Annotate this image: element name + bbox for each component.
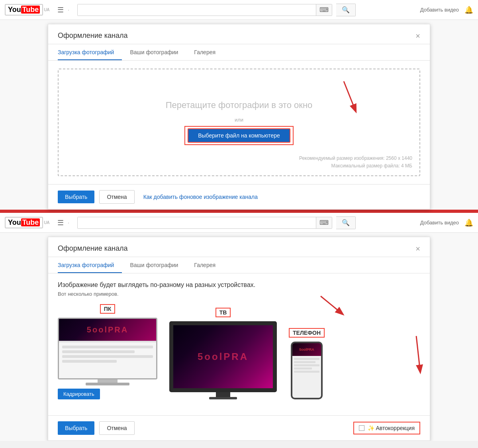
tab-gallery-1[interactable]: Галерея bbox=[194, 44, 223, 60]
menu-icon-1[interactable]: ☰ bbox=[57, 6, 64, 14]
modal-footer-1: Выбрать Отмена Как добавить фоновое изоб… bbox=[48, 184, 430, 209]
modal-header-1: Оформление канала × bbox=[48, 24, 430, 44]
pc-label: ПК bbox=[100, 304, 116, 314]
device-previews: ПК 5oolPRA bbox=[58, 304, 420, 399]
pc-base bbox=[86, 383, 129, 385]
phone-logo: 5oolPRA bbox=[299, 348, 314, 352]
modal-tabs-2: Загрузка фотографий Ваши фотографии Гале… bbox=[48, 257, 430, 273]
modal-panel-1: Оформление канала × Загрузка фотографий … bbox=[48, 24, 430, 210]
header-right-1: Добавить видео 🔔 bbox=[420, 6, 473, 14]
tv-logo: 5oolPRA bbox=[198, 351, 249, 362]
red-arrow-upload bbox=[308, 73, 388, 125]
tv-base bbox=[209, 397, 237, 399]
phone-line-1 bbox=[294, 358, 319, 360]
svg-line-3 bbox=[321, 296, 343, 314]
device-pc: ПК 5oolPRA bbox=[58, 304, 157, 399]
choose-file-wrapper: Выберите файл на компьютере bbox=[184, 126, 294, 145]
autocorrect-wrapper: ✨ Автокоррекция bbox=[353, 422, 420, 434]
logo-tube-1: Tube bbox=[21, 6, 40, 14]
preview-section: Изображение будет выглядеть по-разному н… bbox=[48, 273, 430, 415]
logo-ua-2: UA bbox=[44, 220, 49, 225]
pc-stand bbox=[98, 379, 118, 383]
tab-your-photos-2[interactable]: Ваши фотографии bbox=[130, 257, 186, 273]
add-video-btn-1[interactable]: Добавить видео bbox=[420, 7, 459, 13]
phone-line-4 bbox=[294, 367, 312, 369]
cancel-button-2[interactable]: Отмена bbox=[99, 421, 134, 435]
pc-line-2 bbox=[62, 350, 135, 353]
pc-line-3 bbox=[62, 355, 153, 358]
modal-panel-2: Оформление канала × Загрузка фотографий … bbox=[48, 237, 430, 441]
phone-line-3 bbox=[294, 364, 319, 366]
phone-mockup: 5oolPRA bbox=[291, 342, 323, 399]
separator-2: · bbox=[68, 220, 69, 226]
device-phone: ТЕЛЕФОН 5oolPRA bbox=[289, 328, 325, 399]
svg-line-5 bbox=[416, 336, 420, 372]
preview-subtitle: Вот несколько примеров. bbox=[58, 291, 420, 297]
pc-logo: 5oolPRA bbox=[87, 325, 128, 334]
modal-title-1: Оформление канала bbox=[58, 31, 127, 40]
youtube-header-2: YouTube UA ☰ · ⌨ 🔍 Добавить видео 🔔 bbox=[0, 213, 478, 233]
tab-gallery-2[interactable]: Галерея bbox=[194, 257, 223, 273]
pc-content bbox=[59, 342, 156, 378]
pc-line-1 bbox=[62, 346, 153, 348]
modal-title-2: Оформление канала bbox=[58, 244, 127, 253]
logo-box-1: YouTube bbox=[5, 4, 43, 16]
logo-tube-2: Tube bbox=[21, 218, 40, 226]
logo-you-2: You bbox=[8, 218, 21, 226]
phone-label: ТЕЛЕФОН bbox=[289, 328, 325, 338]
tv-screen: 5oolPRA bbox=[169, 321, 277, 392]
red-arrow-autocorrect bbox=[384, 328, 436, 388]
bell-icon-2[interactable]: 🔔 bbox=[464, 218, 473, 227]
choose-file-button[interactable]: Выберите файл на компьютере bbox=[188, 128, 290, 143]
red-arrow-phone bbox=[281, 292, 368, 328]
keyboard-icon-2[interactable]: ⌨ bbox=[316, 217, 332, 228]
hint-line-1: Рекомендуемый размер изображения: 2560 x… bbox=[299, 155, 412, 162]
search-input-2[interactable] bbox=[78, 217, 316, 228]
or-text: или bbox=[235, 117, 243, 123]
tv-label: ТВ bbox=[215, 308, 231, 317]
upload-hint: Рекомендуемый размер изображения: 2560 x… bbox=[299, 155, 412, 170]
drop-text: Перетащите фотографии в это окно bbox=[166, 100, 313, 110]
menu-icon-2[interactable]: ☰ bbox=[57, 218, 64, 227]
select-button-1[interactable]: Выбрать bbox=[58, 191, 94, 203]
preview-title: Изображение будет выглядеть по-разному н… bbox=[58, 281, 420, 289]
modal-header-2: Оформление канала × bbox=[48, 237, 430, 257]
modal-close-1[interactable]: × bbox=[415, 32, 420, 40]
tab-upload-photos-1[interactable]: Загрузка фотографий bbox=[58, 44, 122, 60]
youtube-logo-2: YouTube UA bbox=[5, 217, 49, 228]
help-link-1[interactable]: Как добавить фоновое изображение канала bbox=[143, 194, 258, 200]
device-tv: ТВ 5oolPRA bbox=[169, 308, 277, 399]
search-bar-2: ⌨ bbox=[77, 217, 332, 229]
bottom-section: Оформление канала × Загрузка фотографий … bbox=[0, 233, 478, 441]
modal-close-2[interactable]: × bbox=[415, 245, 420, 253]
upload-area-wrapper: Перетащите фотографии в это окно или Выб… bbox=[48, 61, 430, 184]
tab-your-photos-1[interactable]: Ваши фотографии bbox=[130, 44, 186, 60]
pc-line-4 bbox=[62, 360, 117, 363]
select-button-2[interactable]: Выбрать bbox=[58, 421, 94, 435]
add-video-btn-2[interactable]: Добавить видео bbox=[420, 220, 459, 226]
pc-mockup-wrapper: 5oolPRA bbox=[58, 318, 157, 385]
tv-stand bbox=[216, 392, 230, 397]
upload-dropzone[interactable]: Перетащите фотографии в это окно или Выб… bbox=[58, 69, 420, 176]
autocorrect-checkbox[interactable] bbox=[359, 425, 364, 431]
hint-line-2: Максимальный размер файла: 4 МБ bbox=[299, 162, 412, 170]
crop-button[interactable]: Кадрировать bbox=[58, 389, 100, 399]
search-button-1[interactable]: 🔍 bbox=[336, 4, 356, 16]
phone-line-5 bbox=[294, 371, 319, 373]
cancel-button-1[interactable]: Отмена bbox=[99, 190, 134, 204]
top-section: Оформление канала × Загрузка фотографий … bbox=[0, 20, 478, 210]
phone-banner: 5oolPRA bbox=[292, 343, 321, 356]
bell-icon-1[interactable]: 🔔 bbox=[464, 6, 473, 14]
search-input-1[interactable] bbox=[78, 4, 316, 16]
phone-content bbox=[292, 356, 321, 399]
logo-ua-1: UA bbox=[44, 8, 49, 12]
tab-upload-photos-2[interactable]: Загрузка фотографий bbox=[58, 257, 122, 273]
autocorrect-label: ✨ Автокоррекция bbox=[368, 425, 415, 431]
keyboard-icon-1[interactable]: ⌨ bbox=[316, 4, 332, 16]
pc-screen: 5oolPRA bbox=[58, 318, 157, 379]
phone-line-2 bbox=[294, 361, 315, 363]
search-button-2[interactable]: 🔍 bbox=[336, 216, 356, 229]
search-bar-1: ⌨ bbox=[77, 4, 332, 16]
modal-tabs-1: Загрузка фотографий Ваши фотографии Гале… bbox=[48, 44, 430, 61]
youtube-logo-1: YouTube UA bbox=[5, 4, 49, 16]
